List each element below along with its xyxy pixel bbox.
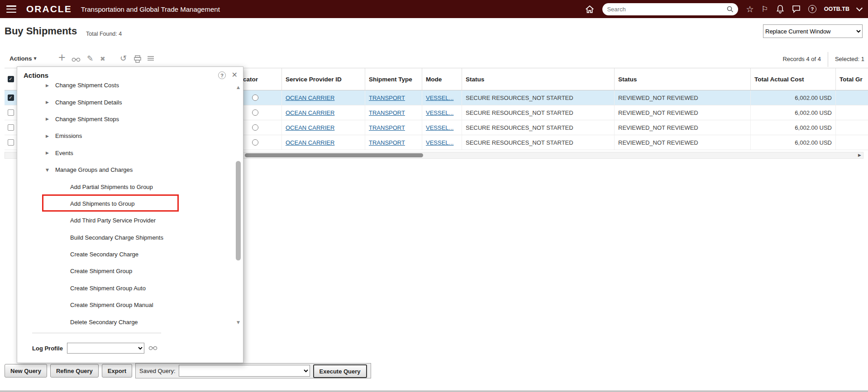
tree-item-change-shipment-stops[interactable]: ▶ Change Shipment Stops: [17, 111, 236, 128]
actions-dialog: Actions ? ✕ ▶ Change Shipment Costs ▶ Ch…: [17, 66, 243, 363]
tree-item-create-shipment-group[interactable]: Create Shipment Group: [17, 263, 236, 279]
collapse-arrow-icon[interactable]: ▼: [46, 168, 52, 172]
service-provider-link[interactable]: OCEAN CARRIER: [286, 109, 334, 116]
tree-item-add-third-party-service-provider[interactable]: Add Third Party Service Provider: [17, 212, 236, 229]
export-button[interactable]: Export: [102, 364, 132, 378]
notifications-bell-icon[interactable]: [776, 5, 784, 14]
tree-item-change-shipment-details[interactable]: ▶ Change Shipment Details: [17, 94, 236, 110]
tree-item-delete-secondary-charge[interactable]: Delete Secondary Charge: [17, 313, 236, 330]
row-checkbox[interactable]: [5, 120, 17, 135]
service-provider-link[interactable]: OCEAN CARRIER: [286, 94, 334, 101]
col-header-shipment-type[interactable]: Shipment Type: [365, 68, 422, 90]
mode-link[interactable]: VESSEL...: [426, 124, 453, 131]
row-checkbox[interactable]: ✓: [5, 90, 17, 105]
select-all-checkbox[interactable]: ✓: [5, 68, 17, 90]
status2-cell: REVIEWED_NOT REVIEWED: [615, 90, 751, 105]
view-glasses-icon[interactable]: [72, 56, 81, 64]
help-icon[interactable]: ?: [808, 5, 816, 13]
expand-arrow-icon[interactable]: ▶: [46, 117, 52, 121]
tree-item-add-shipments-to-group[interactable]: Add Shipments to Group: [17, 195, 236, 212]
expand-arrow-icon[interactable]: ▶: [46, 100, 52, 104]
row-checkbox[interactable]: [5, 105, 17, 120]
tree-item-events[interactable]: ▶ Events: [17, 145, 236, 161]
total-actual-cost-cell: 6,002.00 USD: [751, 90, 836, 105]
tree-item-create-shipment-group-auto[interactable]: Create Shipment Group Auto: [17, 280, 236, 297]
scrollbar-thumb[interactable]: [245, 153, 423, 157]
mode-link[interactable]: VESSEL...: [426, 139, 453, 146]
shipment-type-link[interactable]: TRANSPORT: [369, 109, 405, 116]
mode-link[interactable]: VESSEL...: [426, 94, 453, 101]
shipment-type-link[interactable]: TRANSPORT: [369, 124, 405, 131]
col-header-service-provider-id[interactable]: Service Provider ID: [282, 68, 365, 90]
print-icon[interactable]: [134, 55, 142, 65]
col-header-status2[interactable]: Status: [615, 68, 751, 90]
query-bar: New Query Refine Query Export Saved Quer…: [0, 363, 868, 383]
col-header-total-gross[interactable]: Total Gr: [836, 68, 868, 90]
page-title: Buy Shipments: [5, 25, 77, 37]
user-menu[interactable]: OOTB.TB: [824, 6, 849, 12]
tree-item-add-partial-shipments-to-group[interactable]: Add Partial Shipments to Group: [17, 178, 236, 195]
tree-item-change-shipment-costs[interactable]: ▶ Change Shipment Costs: [17, 77, 236, 94]
actions-tree: ▶ Change Shipment Costs ▶ Change Shipmen…: [17, 77, 236, 333]
window-target-select[interactable]: Replace Current Window: [763, 24, 863, 38]
expand-arrow-icon[interactable]: ▶: [46, 83, 52, 88]
selected-count: Selected: 1: [835, 56, 864, 62]
expand-arrow-icon[interactable]: ▶: [46, 151, 52, 155]
tree-item-build-secondary-charge-shipments[interactable]: Build Secondary Charge Shipments: [17, 229, 236, 246]
shipment-type-link[interactable]: TRANSPORT: [369, 139, 405, 146]
home-icon[interactable]: [585, 5, 595, 14]
undo-icon[interactable]: ↺: [120, 53, 127, 63]
saved-query-group: Saved Query: Execute Query: [135, 363, 371, 378]
refine-query-button[interactable]: Refine Query: [50, 364, 99, 378]
col-header-status1[interactable]: Status: [462, 68, 615, 90]
log-profile-select[interactable]: [67, 343, 144, 354]
menu-icon[interactable]: [6, 5, 16, 13]
mode-link[interactable]: VESSEL...: [426, 109, 453, 116]
caret-down-icon: ▼: [34, 57, 37, 61]
flag-icon[interactable]: ⚐: [762, 5, 768, 13]
status-cell: SECURE RESOURCES_NOT STARTED: [462, 90, 615, 105]
status-cell: SECURE RESOURCES_NOT STARTED: [462, 135, 615, 150]
col-header-mode[interactable]: Mode: [422, 68, 462, 90]
log-profile-label: Log Profile: [32, 345, 63, 352]
expand-arrow-icon[interactable]: ▶: [46, 134, 52, 138]
top-bar: ORACLE Transportation and Global Trade M…: [0, 0, 868, 18]
new-query-button[interactable]: New Query: [5, 364, 47, 378]
oracle-logo: ORACLE: [26, 4, 72, 14]
favorites-star-icon[interactable]: ☆: [746, 5, 754, 14]
scroll-right-icon[interactable]: ▶: [858, 153, 861, 157]
scrollbar-thumb[interactable]: [236, 161, 241, 260]
row-checkbox[interactable]: [5, 135, 17, 150]
scroll-up-icon[interactable]: ▲: [235, 85, 241, 90]
tree-item-create-shipment-group-manual[interactable]: Create Shipment Group Manual: [17, 297, 236, 313]
col-header-total-actual-cost[interactable]: Total Actual Cost: [751, 68, 836, 90]
saved-query-select[interactable]: [179, 365, 310, 377]
chevron-down-icon[interactable]: [856, 5, 863, 11]
tree-item-create-secondary-charge[interactable]: Create Secondary Charge: [17, 246, 236, 263]
status-cell: SECURE RESOURCES_NOT STARTED: [462, 120, 615, 135]
total-actual-cost-cell: 6,002.00 USD: [751, 105, 836, 120]
search-icon[interactable]: [726, 5, 734, 13]
search-input[interactable]: [607, 6, 726, 13]
messages-chat-icon[interactable]: [792, 5, 801, 13]
edit-pencil-icon[interactable]: ✎: [87, 54, 93, 63]
tree-item-emissions[interactable]: ▶ Emissions: [17, 128, 236, 144]
service-provider-link[interactable]: OCEAN CARRIER: [286, 124, 334, 131]
actions-menu-button[interactable]: Actions▼: [10, 55, 37, 62]
app-title: Transportation and Global Trade Manageme…: [81, 5, 220, 13]
list-view-icon[interactable]: [147, 56, 154, 64]
total-found-label: Total Found: 4: [86, 31, 122, 37]
dialog-scrollbar[interactable]: ▲ ▼: [235, 85, 241, 325]
execute-query-button[interactable]: Execute Query: [313, 364, 367, 378]
shipment-type-link[interactable]: TRANSPORT: [369, 94, 405, 101]
delete-x-icon[interactable]: ✖: [100, 55, 105, 62]
status2-cell: REVIEWED_NOT REVIEWED: [615, 120, 751, 135]
tree-item-manage-groups-and-charges[interactable]: ▼ Manage Groups and Charges: [17, 161, 236, 178]
saved-query-label: Saved Query:: [139, 368, 176, 374]
global-search[interactable]: [602, 3, 738, 15]
view-glasses-icon[interactable]: [148, 345, 157, 351]
add-icon[interactable]: +: [58, 52, 66, 63]
scroll-down-icon[interactable]: ▼: [235, 320, 241, 325]
page-header: Buy Shipments Total Found: 4 Replace Cur…: [0, 18, 868, 51]
service-provider-link[interactable]: OCEAN CARRIER: [286, 139, 334, 146]
